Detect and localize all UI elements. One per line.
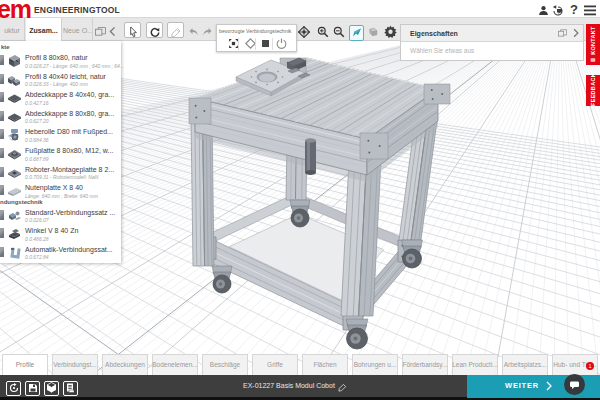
- svg-text:?: ?: [570, 2, 578, 17]
